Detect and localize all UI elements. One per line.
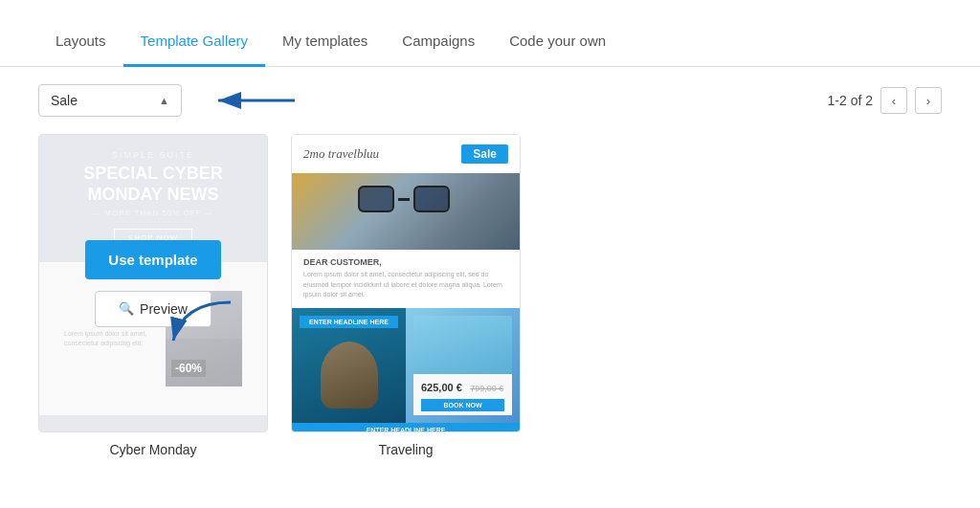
template-card-traveling[interactable]: 2mo travelbluu Sale DEAR CUSTOMER bbox=[291, 134, 521, 461]
travel-logo: 2mo travelbluu bbox=[303, 146, 379, 162]
tab-campaigns[interactable]: Campaigns bbox=[385, 17, 492, 67]
dropdown-value: Sale bbox=[51, 93, 78, 108]
sale-badge: Sale bbox=[461, 144, 508, 164]
lens-right bbox=[413, 186, 450, 212]
travel-header: 2mo travelbluu Sale bbox=[292, 135, 520, 173]
filter-left: Sale ▲ bbox=[38, 84, 314, 117]
lens-left bbox=[358, 186, 394, 212]
tab-code-your-own[interactable]: Code your own bbox=[492, 17, 623, 67]
pagination-summary: 1-2 of 2 bbox=[828, 93, 873, 108]
travel-bottom-grid: ENTER HEADLINE HERE 625,00 € 799,00 € BO… bbox=[292, 308, 520, 423]
travel-book-button[interactable]: BOOK NOW bbox=[421, 399, 504, 411]
filter-bar: Sale ▲ 1-2 of 2 ‹ › bbox=[0, 67, 980, 134]
travel-text-section: DEAR CUSTOMER, Lorem ipsum dolor sit ame… bbox=[292, 250, 520, 308]
tab-layouts[interactable]: Layouts bbox=[38, 17, 123, 67]
cyber-monday-label: Cyber Monday bbox=[38, 432, 268, 461]
travel-right-image: 625,00 € 799,00 € BOOK NOW bbox=[406, 308, 520, 423]
gallery-grid: SIMPLE SUITE SPECIAL CYBER MONDAY NEWS —… bbox=[0, 134, 980, 480]
overlay-arrow-annotation bbox=[164, 298, 240, 355]
tabs-bar: Layouts Template Gallery My templates Ca… bbox=[0, 0, 980, 67]
travel-bottom-strip: ENTER HEADLINE HERE bbox=[292, 423, 520, 433]
card-inner-traveling: 2mo travelbluu Sale DEAR CUSTOMER bbox=[291, 134, 521, 432]
next-page-button[interactable]: › bbox=[915, 87, 942, 114]
travel-sky-graphic bbox=[413, 316, 512, 374]
sunglasses-graphic bbox=[358, 186, 454, 229]
tab-my-templates[interactable]: My templates bbox=[265, 17, 385, 67]
pagination: 1-2 of 2 ‹ › bbox=[828, 87, 942, 114]
card-overlay: Use template 🔍 Preview bbox=[39, 135, 267, 431]
use-template-button[interactable]: Use template bbox=[85, 240, 220, 279]
travel-dear-customer: DEAR CUSTOMER, bbox=[303, 257, 508, 267]
travel-price: 625,00 € bbox=[421, 382, 462, 393]
cyber-monday-preview: SIMPLE SUITE SPECIAL CYBER MONDAY NEWS —… bbox=[39, 135, 267, 431]
category-dropdown[interactable]: Sale ▲ bbox=[38, 84, 182, 117]
travel-headline-left: ENTER HEADLINE HERE bbox=[300, 316, 398, 328]
travel-left-image: ENTER HEADLINE HERE bbox=[292, 308, 406, 423]
arrow-annotation bbox=[199, 86, 314, 115]
bridge bbox=[398, 198, 410, 201]
travel-price-section: 625,00 € 799,00 € BOOK NOW bbox=[413, 374, 512, 415]
sunglass-frame bbox=[358, 186, 454, 212]
prev-page-button[interactable]: ‹ bbox=[880, 87, 907, 114]
card-inner-cyber: SIMPLE SUITE SPECIAL CYBER MONDAY NEWS —… bbox=[38, 134, 268, 432]
search-icon: 🔍 bbox=[119, 301, 134, 316]
travel-hero-image bbox=[292, 173, 520, 250]
travel-old-price: 799,00 € bbox=[470, 384, 503, 393]
traveling-preview: 2mo travelbluu Sale DEAR CUSTOMER bbox=[292, 135, 520, 431]
chevron-up-icon: ▲ bbox=[159, 95, 169, 106]
travel-lorem-text: Lorem ipsum dolor sit amet, consectetur … bbox=[303, 270, 508, 300]
traveling-label: Traveling bbox=[291, 432, 521, 461]
travel-rock-graphic bbox=[321, 342, 378, 409]
template-card-cyber-monday[interactable]: SIMPLE SUITE SPECIAL CYBER MONDAY NEWS —… bbox=[38, 134, 268, 461]
tab-template-gallery[interactable]: Template Gallery bbox=[123, 17, 266, 67]
arrow-indicator bbox=[199, 86, 314, 115]
